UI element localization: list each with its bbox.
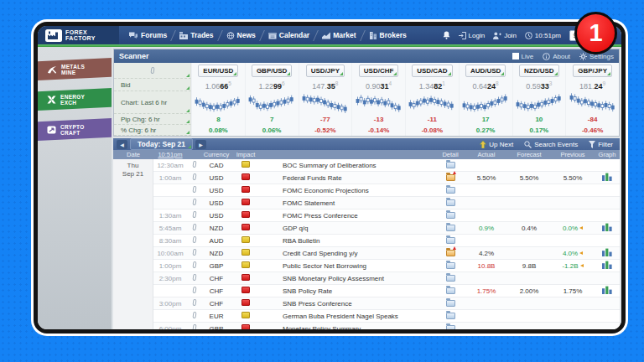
pair-button-usd-jpy[interactable]: USD/JPY <box>306 65 345 77</box>
notifications-bell-icon[interactable] <box>443 31 450 39</box>
yellow-impact-icon <box>242 236 250 243</box>
event-time: 1:00pm <box>153 262 187 270</box>
up-next-button[interactable]: Up Next <box>480 141 513 148</box>
detail-folder-icon[interactable] <box>446 313 455 319</box>
col-forecast: Forecast <box>507 151 551 158</box>
prev-day-button[interactable]: ◀ <box>117 140 127 149</box>
red-impact-icon <box>242 287 250 293</box>
calendar-event-row[interactable]: 1:00amUSDFederal Funds Rate5.50%5.50%5.5… <box>153 172 620 184</box>
sidebar-site-metals[interactable]: METALSMINE <box>38 58 112 80</box>
event-currency: CHF <box>202 275 231 282</box>
pip-change-value: 10 <box>535 116 543 123</box>
detail-folder-icon[interactable] <box>446 300 455 307</box>
calendar-event-row[interactable]: USDFOMC Economic Projections <box>153 184 620 197</box>
calendar-event-row[interactable]: 1:30amUSDFOMC Press Conference <box>153 209 620 222</box>
forecast-value: 9.8B <box>507 262 551 270</box>
pair-button-usd-cad[interactable]: USD/CAD <box>412 65 452 77</box>
join-icon <box>493 32 501 39</box>
detail-folder-icon[interactable] <box>446 187 455 194</box>
nav-item-brokers[interactable]: Brokers <box>364 26 412 44</box>
alert-folder-icon[interactable] <box>446 250 455 256</box>
clip-cell <box>187 299 202 308</box>
detail-folder-icon[interactable] <box>446 275 455 282</box>
pair-button-eur-usd[interactable]: EUR/USD <box>198 65 238 77</box>
sidebar-site-crypto[interactable]: CRYPTOCRAFT <box>38 118 112 141</box>
forex-factory-logo[interactable]: FOREXFACTORY <box>38 26 119 44</box>
graph-icon[interactable] <box>602 286 612 294</box>
detail-folder-icon[interactable] <box>446 212 455 219</box>
pair-button-aud-usd[interactable]: AUD/USD <box>465 65 506 77</box>
graph-icon[interactable] <box>602 261 612 269</box>
search-events-button[interactable]: Search Events <box>524 141 578 148</box>
live-toggle[interactable]: Live <box>512 53 534 60</box>
forums-icon <box>129 32 138 39</box>
market-icon <box>322 32 330 39</box>
calendar-event-row[interactable]: 6:00pmGBPMonetary Policy Summary <box>153 323 620 329</box>
event-title: BOC Summary of Deliberations <box>261 162 435 169</box>
alert-folder-icon[interactable] <box>446 174 455 181</box>
login-link[interactable]: Login <box>459 32 486 39</box>
impact-cell <box>231 173 261 182</box>
event-currency: GBP <box>202 262 231 270</box>
sidebar-site-energy[interactable]: ENERGYEXCH <box>38 88 112 111</box>
detail-folder-icon[interactable] <box>446 162 455 168</box>
red-impact-icon <box>242 211 250 218</box>
scanner-cell: -0.14% <box>351 125 405 136</box>
graph-icon[interactable] <box>602 173 612 181</box>
detail-folder-icon[interactable] <box>446 237 455 244</box>
pair-button-usd-chf[interactable]: USD/CHF <box>359 65 399 77</box>
col-graph: Graph <box>595 151 620 158</box>
graph-icon[interactable] <box>602 248 612 256</box>
nav-item-news[interactable]: News <box>221 26 261 44</box>
event-title: Federal Funds Rate <box>261 174 435 182</box>
pair-button-nzd-usd[interactable]: NZD/USD <box>519 65 559 77</box>
detail-folder-icon[interactable] <box>446 199 455 206</box>
nav-item-trades[interactable]: Trades <box>174 26 218 44</box>
impact-cell <box>231 274 261 282</box>
calendar-event-row[interactable]: 3:00pmCHFSNB Press Conference <box>153 297 620 310</box>
scanner-cell: EUR/USD <box>191 63 245 79</box>
nav-item-label: Trades <box>190 31 213 39</box>
calendar-event-row[interactable]: 1:00pmGBPPublic Sector Net Borrowing10.8… <box>153 260 620 272</box>
clock-time[interactable]: 10:51pm <box>525 32 561 39</box>
site-name: CRYPTOCRAFT <box>60 124 85 136</box>
yellow-impact-icon <box>242 312 250 318</box>
graph-icon[interactable] <box>602 223 612 231</box>
calendar-event-row[interactable]: CHFSNB Policy Rate1.75%2.00%1.75% <box>153 285 620 297</box>
calendar-event-row[interactable]: USDFOMC Statement <box>153 197 620 209</box>
annotation-step-badge: 1 <box>574 12 617 54</box>
filter-button[interactable]: Filter <box>589 141 613 148</box>
calendar-event-row[interactable]: 8:30amAUDRBA Bulletin <box>153 235 620 247</box>
date-group-cell: Thu Sep 21 <box>113 159 153 329</box>
next-day-button[interactable]: ▶ <box>195 140 206 149</box>
detail-folder-icon[interactable] <box>446 287 455 294</box>
event-currency: CAD <box>202 162 231 169</box>
calendar-event-row[interactable]: 12:30amCADBOC Summary of Deliberations <box>153 159 620 172</box>
calendar-event-row[interactable]: EURGerman Buba President Nagel Speaks <box>153 310 620 323</box>
about-link[interactable]: About <box>543 53 570 60</box>
detail-folder-icon[interactable] <box>446 325 455 329</box>
event-time: 5:45am <box>153 225 187 232</box>
clock-icon <box>525 32 532 39</box>
join-link[interactable]: Join <box>493 32 517 39</box>
scanner-cell: AUD/USD <box>459 63 512 79</box>
calendar-event-row[interactable]: 5:45amNZDGDP q/q0.9%0.4%0.0% <box>153 222 620 235</box>
nav-item-forums[interactable]: Forums <box>124 26 172 44</box>
detail-cell <box>435 199 465 207</box>
event-title: SNB Monetary Policy Assessment <box>261 275 435 282</box>
pair-button-gbp-jpy[interactable]: GBP/JPY <box>573 65 612 77</box>
calendar-icon <box>268 32 277 39</box>
nav-item-label: Brokers <box>380 31 407 39</box>
detail-folder-icon[interactable] <box>446 225 455 231</box>
scanner-cell <box>191 91 245 114</box>
col-timezone-link[interactable]: 10:51pm <box>153 151 187 158</box>
scanner-label-pip-chg: Pip Chg: 6 hr <box>114 114 191 125</box>
nav-item-calendar[interactable]: Calendar <box>263 26 314 44</box>
graph-cell <box>595 286 620 296</box>
pair-button-gbp-usd[interactable]: GBP/USD <box>252 65 292 77</box>
calendar-event-row[interactable]: 10:00amNZDCredit Card Spending y/y4.2%4.… <box>153 247 620 260</box>
calendar-event-row[interactable]: 2:30pmCHFSNB Monetary Policy Assessment <box>153 272 620 285</box>
nav-item-market[interactable]: Market <box>317 26 361 44</box>
today-button[interactable]: Today: Sep 21 <box>130 138 193 150</box>
detail-folder-icon[interactable] <box>446 262 455 269</box>
